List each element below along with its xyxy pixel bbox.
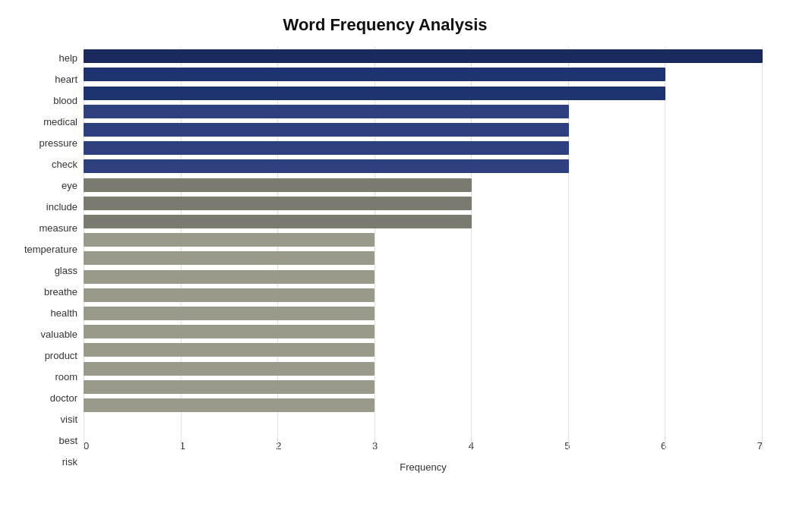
x-axis-title: Frequency bbox=[84, 461, 763, 473]
bar-row bbox=[84, 139, 763, 157]
y-label: medical bbox=[43, 117, 77, 127]
bar bbox=[84, 159, 569, 173]
y-label: temperature bbox=[24, 244, 77, 254]
x-axis-labels: 01234567 bbox=[84, 437, 763, 460]
bar bbox=[84, 270, 374, 284]
chart-title: Word Frequency Analysis bbox=[8, 15, 763, 35]
x-tick-label: 5 bbox=[564, 440, 570, 460]
bar bbox=[84, 178, 472, 192]
chart-area: helpheartbloodmedicalpressurecheckeyeinc… bbox=[8, 47, 763, 473]
bar bbox=[84, 197, 472, 210]
bar-row bbox=[84, 175, 763, 194]
bar-row bbox=[84, 83, 763, 102]
bar-row bbox=[84, 121, 763, 139]
bar bbox=[84, 343, 374, 357]
bar-row bbox=[84, 65, 763, 83]
chart-container: Word Frequency Analysis helpheartbloodme… bbox=[0, 0, 793, 532]
y-label: breathe bbox=[44, 287, 77, 297]
bar bbox=[84, 49, 763, 63]
bar-row bbox=[84, 212, 763, 231]
y-label: pressure bbox=[39, 138, 77, 148]
y-label: room bbox=[55, 372, 77, 382]
bar bbox=[84, 307, 374, 320]
y-label: glass bbox=[55, 266, 77, 275]
y-label: best bbox=[58, 436, 77, 445]
bar bbox=[84, 251, 374, 265]
x-tick-label: 6 bbox=[661, 440, 666, 460]
bar-row bbox=[84, 47, 763, 65]
y-label: help bbox=[58, 53, 77, 63]
x-tick-label: 0 bbox=[84, 440, 89, 460]
bar-row bbox=[84, 341, 763, 359]
bar-row bbox=[84, 286, 763, 304]
y-axis: helpheartbloodmedicalpressurecheckeyeinc… bbox=[8, 47, 84, 473]
bar bbox=[84, 141, 569, 155]
bar-row bbox=[84, 249, 763, 267]
bar-row bbox=[84, 323, 763, 341]
y-label: health bbox=[51, 308, 77, 318]
bar-row bbox=[84, 378, 763, 396]
x-tick-label: 7 bbox=[757, 440, 763, 460]
bar bbox=[84, 68, 665, 81]
bar bbox=[84, 123, 569, 137]
y-label: product bbox=[45, 351, 77, 360]
y-label: risk bbox=[62, 457, 77, 467]
x-tick-label: 1 bbox=[180, 440, 185, 460]
bar bbox=[84, 105, 569, 118]
bar bbox=[84, 288, 374, 302]
y-label: include bbox=[46, 202, 77, 212]
y-label: valuable bbox=[41, 329, 77, 339]
x-tick-label: 4 bbox=[469, 440, 474, 460]
bar bbox=[84, 215, 472, 228]
bar bbox=[84, 398, 374, 412]
bar-row bbox=[84, 396, 763, 414]
y-label: heart bbox=[55, 74, 77, 84]
y-label: visit bbox=[61, 414, 77, 424]
bar-row bbox=[84, 304, 763, 323]
bar bbox=[84, 380, 374, 394]
bar-row bbox=[84, 267, 763, 285]
bar bbox=[84, 233, 374, 247]
bars-wrapper bbox=[84, 47, 763, 437]
y-label: check bbox=[52, 159, 77, 169]
bar-row bbox=[84, 359, 763, 377]
y-label: measure bbox=[39, 223, 77, 233]
y-label: eye bbox=[62, 181, 77, 190]
bar-row bbox=[84, 194, 763, 212]
y-label: blood bbox=[53, 96, 77, 105]
bar-row bbox=[84, 231, 763, 249]
bar bbox=[84, 87, 665, 100]
y-label: doctor bbox=[50, 393, 77, 403]
bars-and-grid: 01234567 Frequency bbox=[84, 47, 763, 473]
bar bbox=[84, 325, 374, 338]
x-tick-label: 3 bbox=[372, 440, 378, 460]
bar bbox=[84, 362, 374, 376]
bar-row bbox=[84, 157, 763, 175]
bar-row bbox=[84, 102, 763, 121]
x-tick-label: 2 bbox=[276, 440, 281, 460]
